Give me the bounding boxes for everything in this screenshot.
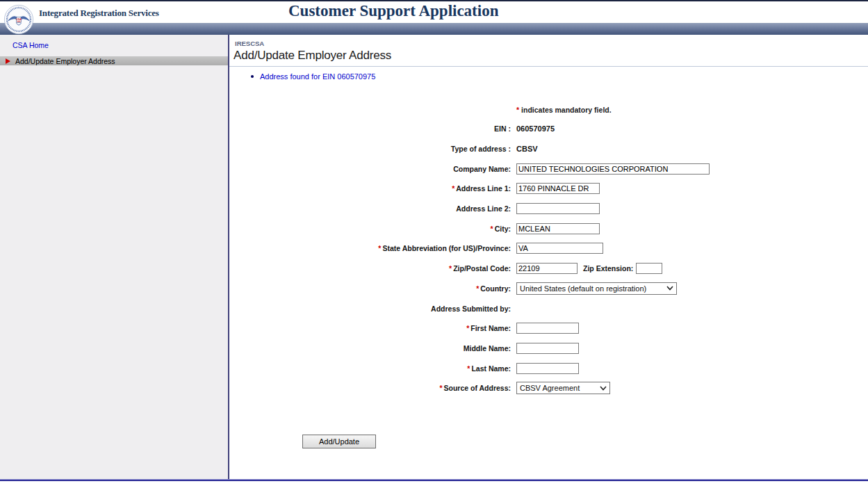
form-row-address-line-1: *Address Line 1:	[229, 179, 868, 199]
middle-name-label: Middle Name:	[229, 344, 511, 353]
form-row-city: *City:	[229, 218, 868, 238]
city-label: *City:	[229, 225, 511, 233]
sidebar-item-label: Add/Update Employer Address	[15, 57, 115, 65]
ein-label: EIN :	[229, 124, 511, 133]
bullet-icon	[251, 75, 254, 78]
form-row-state: *State Abbreviation (for US)/Province:	[229, 238, 868, 259]
type-of-address-label: Type of address :	[229, 145, 511, 153]
chevron-down-icon	[666, 286, 673, 291]
address-line-1-input[interactable]	[516, 183, 600, 194]
status-message-text: Address found for EIN 060570975	[260, 72, 375, 81]
state-input[interactable]	[516, 243, 603, 254]
company-name-label: Company Name:	[229, 165, 511, 173]
form-row-company-name: Company Name:	[229, 159, 868, 179]
city-input[interactable]	[516, 223, 600, 234]
zip-extension-label: Zip Extension:	[583, 264, 633, 273]
app-header: USA Integrated Registration Services Cus…	[0, 1, 868, 23]
required-asterisk: *	[449, 264, 452, 273]
address-submitted-by-label: Address Submitted by:	[229, 305, 511, 313]
country-selected-value: United States (default on registration)	[520, 284, 646, 293]
form-row-type-of-address: Type of address :CBSV	[229, 139, 868, 159]
form-row-country: *Country:United States (default on regis…	[229, 279, 868, 299]
form-fields: EIN :060570975Type of address :CBSVCompa…	[229, 119, 868, 398]
source-of-address-selected-value: CBSV Agreement	[520, 384, 580, 392]
form-row-ein: EIN :060570975	[229, 119, 868, 139]
required-asterisk: *	[476, 284, 479, 293]
zip-input[interactable]	[516, 263, 578, 274]
ssa-seal-logo: USA	[3, 4, 34, 35]
address-line-2-label: Address Line 2:	[229, 204, 511, 213]
status-message: Address found for EIN 060570975	[251, 72, 868, 81]
required-asterisk: *	[491, 225, 493, 233]
page-title: Add/Update Employer Address	[234, 49, 868, 63]
source-of-address-label: *Source of Address:	[229, 384, 511, 392]
address-line-2-input[interactable]	[516, 203, 600, 214]
first-name-label: *First Name:	[229, 324, 511, 332]
country-label: *Country:	[229, 284, 511, 293]
source-of-address-select[interactable]: CBSV Agreement	[516, 382, 610, 394]
zip-label: *Zip/Postal Code:	[229, 264, 511, 273]
add-update-button[interactable]: Add/Update	[302, 435, 376, 448]
ein-value: 060570975	[516, 124, 555, 133]
title-divider	[229, 66, 868, 67]
form-row-zip: *Zip/Postal Code:Zip Extension:	[229, 259, 868, 279]
sidebar: CSA Home Add/Update Employer Address	[0, 35, 229, 479]
form-row-last-name: *Last Name:	[229, 358, 868, 378]
required-asterisk: *	[439, 384, 442, 392]
middle-name-input[interactable]	[516, 343, 579, 354]
type-of-address-value: CBSV	[516, 145, 538, 153]
mandatory-note: *indicates mandatory field.	[516, 106, 868, 114]
main-content: IRESCSA Add/Update Employer Address Addr…	[229, 35, 868, 479]
active-item-arrow-icon	[6, 58, 10, 64]
mandatory-asterisk: *	[516, 106, 519, 114]
state-label: *State Abbreviation (for US)/Province:	[229, 244, 511, 252]
chevron-down-icon	[600, 386, 607, 391]
brand-name: Integrated Registration Services	[39, 8, 159, 19]
required-asterisk: *	[452, 184, 455, 193]
form-row-address-submitted-by: Address Submitted by:	[229, 298, 868, 318]
required-asterisk: *	[466, 324, 469, 332]
company-name-input[interactable]	[516, 163, 710, 175]
svg-text:USA: USA	[16, 18, 22, 21]
form-row-source-of-address: *Source of Address:CBSV Agreement	[229, 378, 868, 398]
zip-extension-input[interactable]	[636, 263, 662, 274]
sidebar-link-csa-home[interactable]: CSA Home	[13, 41, 54, 49]
first-name-input[interactable]	[516, 323, 579, 334]
last-name-label: *Last Name:	[229, 364, 511, 373]
country-select[interactable]: United States (default on registration)	[516, 282, 677, 295]
address-line-1-label: *Address Line 1:	[229, 184, 511, 193]
form-row-middle-name: Middle Name:	[229, 339, 868, 359]
application-title: Customer Support Application	[288, 2, 498, 20]
required-asterisk: *	[378, 244, 381, 252]
footer-line-dark	[0, 480, 868, 481]
sidebar-item-add-update-employer-address[interactable]: Add/Update Employer Address	[0, 56, 228, 65]
last-name-input[interactable]	[516, 363, 579, 374]
header-gradient-bar	[0, 23, 868, 35]
form-row-address-line-2: Address Line 2:	[229, 199, 868, 219]
required-asterisk: *	[467, 364, 470, 373]
mandatory-note-text: indicates mandatory field.	[521, 106, 612, 114]
form-row-first-name: *First Name:	[229, 318, 868, 339]
app-code: IRESCSA	[235, 40, 868, 47]
